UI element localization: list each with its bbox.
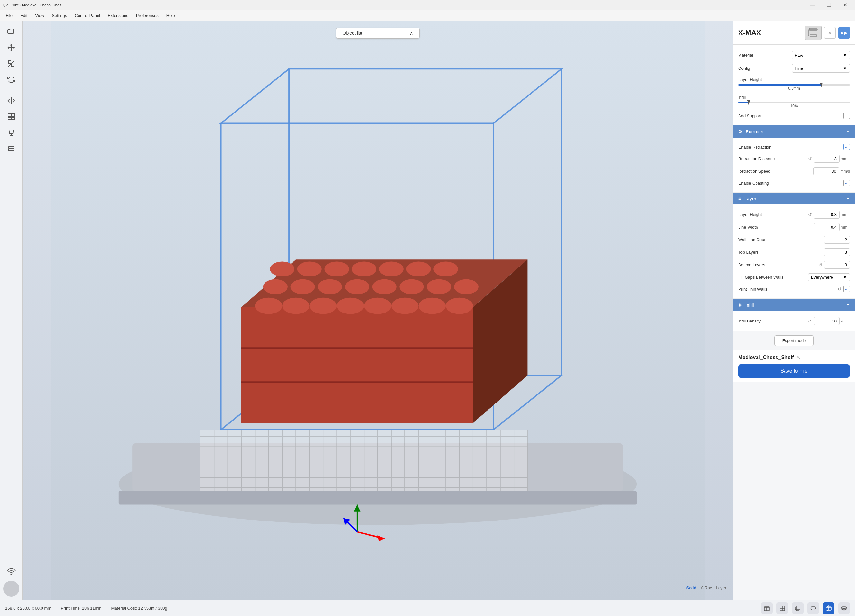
view-iso-icon[interactable] — [823, 602, 834, 614]
svg-rect-97 — [795, 607, 800, 610]
maximize-button[interactable]: ❐ — [821, 0, 836, 10]
view-labels: Solid X-Ray Layer — [686, 585, 726, 590]
menu-control-panel[interactable]: Control Panel — [71, 12, 103, 19]
close-button[interactable]: ✕ — [838, 0, 852, 10]
close-printer-button[interactable]: ✕ — [824, 27, 836, 38]
wall-line-count-row: Wall Line Count — [738, 234, 850, 246]
viewport[interactable]: Object list ∧ — [23, 21, 733, 600]
svg-point-63 — [391, 298, 419, 314]
menu-settings[interactable]: Settings — [49, 12, 70, 19]
basic-settings: Material PLA ▼ Config Fine ▼ Layer Heigh… — [733, 45, 855, 125]
edit-filename-icon[interactable]: ✎ — [797, 355, 800, 360]
add-support-label: Add Support — [738, 113, 841, 118]
svg-rect-98 — [797, 606, 799, 610]
rotate-icon-btn[interactable] — [4, 73, 18, 87]
retraction-speed-unit: mm/s — [841, 169, 850, 174]
svg-point-78 — [379, 262, 403, 277]
scale-icon — [8, 60, 15, 67]
layer-height-container: ↺ mm — [808, 211, 850, 219]
scale-icon-btn[interactable] — [4, 57, 18, 71]
slice-button[interactable]: ▶▶ — [838, 27, 850, 38]
extruder-settings: Enable Retraction ✓ Retraction Distance … — [733, 138, 855, 193]
layer-height-input[interactable] — [814, 211, 840, 219]
print-thin-walls-checkbox[interactable]: ✓ — [843, 286, 850, 292]
menu-view[interactable]: View — [32, 12, 47, 19]
svg-rect-6 — [8, 117, 11, 119]
right-panel: X-MAX ✕ ▶▶ Material — [733, 21, 855, 600]
layer-height-label: Layer Height — [738, 212, 805, 217]
svg-point-76 — [324, 262, 349, 277]
split-icon-btn[interactable] — [4, 110, 18, 124]
layer-chevron-icon: ▼ — [846, 196, 850, 201]
cup-icon-btn[interactable] — [4, 126, 18, 140]
printer-thumbnail — [805, 26, 821, 40]
retraction-speed-row: Retraction Speed mm/s — [738, 165, 850, 177]
bottom-layers-input[interactable] — [824, 261, 850, 269]
top-layers-input[interactable] — [824, 248, 850, 256]
main-layout: Object list ∧ — [0, 21, 855, 600]
save-to-file-button[interactable]: Save to File — [738, 364, 850, 378]
view-3d-icon[interactable] — [761, 602, 772, 614]
view-solid[interactable]: Solid — [686, 585, 697, 590]
enable-coasting-checkbox[interactable]: ✓ — [843, 180, 850, 186]
view-front-icon[interactable] — [777, 602, 788, 614]
bottom-layers-reset[interactable]: ↺ — [818, 262, 823, 268]
menu-file[interactable]: File — [3, 12, 16, 19]
extruder-section-header[interactable]: ⚙ Extruder ▼ — [733, 125, 855, 138]
title-bar-left: Qidi Print - Medieval_Chess_Shelf — [3, 3, 61, 8]
svg-point-72 — [427, 280, 451, 295]
move-icon-btn[interactable] — [4, 41, 18, 55]
svg-point-61 — [337, 298, 364, 314]
layer-section-header[interactable]: ≡ Layer ▼ — [733, 193, 855, 205]
retraction-speed-container: mm/s — [814, 167, 850, 175]
view-layer[interactable]: Layer — [716, 585, 726, 590]
menu-preferences[interactable]: Preferences — [133, 12, 162, 19]
print-thin-walls-reset[interactable]: ↺ — [837, 286, 842, 292]
bottom-layers-label: Bottom Layers — [738, 262, 815, 267]
folder-icon-btn[interactable] — [4, 24, 18, 38]
infill-section-label: Infill — [745, 302, 754, 308]
layer-height-slider-label: Layer Height — [738, 77, 850, 82]
svg-rect-0 — [8, 61, 11, 63]
add-support-row: Add Support — [738, 110, 850, 121]
svg-rect-90 — [809, 28, 817, 30]
minimize-button[interactable]: — — [806, 0, 820, 10]
extruder-section-icon: ⚙ — [738, 128, 742, 135]
infill-section-header[interactable]: ◈ Infill ▼ — [733, 299, 855, 311]
layer-height-reset[interactable]: ↺ — [808, 211, 812, 218]
view-side-icon[interactable] — [808, 602, 819, 614]
svg-point-73 — [454, 280, 478, 295]
line-width-input[interactable] — [814, 223, 840, 231]
view-top-icon[interactable] — [792, 602, 803, 614]
expert-mode-button[interactable]: Expert mode — [774, 335, 814, 346]
fill-gaps-select[interactable]: Everywhere ▼ — [808, 273, 850, 281]
view-xray[interactable]: X-Ray — [700, 585, 712, 590]
app-title: Qidi Print - Medieval_Chess_Shelf — [3, 3, 61, 8]
infill-slider-row: Infill — [738, 93, 850, 102]
view-layers-icon[interactable] — [838, 602, 850, 614]
mirror-icon-btn[interactable] — [4, 93, 18, 108]
layers-icon-btn[interactable] — [4, 142, 18, 156]
enable-retraction-checkbox[interactable]: ✓ — [843, 144, 850, 150]
object-list-button[interactable]: Object list ∧ — [336, 28, 420, 38]
infill-density-input[interactable] — [814, 317, 840, 325]
menu-edit[interactable]: Edit — [17, 12, 31, 19]
infill-slider-track[interactable] — [738, 102, 850, 103]
wall-line-count-input[interactable] — [824, 235, 850, 244]
enable-coasting-label: Enable Coasting — [738, 181, 841, 185]
retraction-distance-input[interactable] — [814, 154, 840, 163]
retraction-speed-input[interactable] — [814, 167, 839, 175]
add-support-checkbox[interactable] — [843, 113, 850, 119]
menu-help[interactable]: Help — [163, 12, 178, 19]
material-select[interactable]: PLA ▼ — [792, 51, 850, 60]
menu-extensions[interactable]: Extensions — [104, 12, 132, 19]
layer-height-slider-track[interactable] — [738, 84, 850, 86]
material-cost-text: Material Cost: 127.53m / 380g — [111, 606, 167, 610]
line-width-row: Line Width mm — [738, 221, 850, 234]
retraction-distance-reset[interactable]: ↺ — [808, 156, 812, 162]
top-layers-label: Top Layers — [738, 250, 821, 255]
config-select[interactable]: Fine ▼ — [792, 64, 850, 73]
orbit-control[interactable] — [3, 581, 19, 597]
3d-scene — [23, 21, 733, 600]
infill-density-reset[interactable]: ↺ — [808, 318, 812, 324]
